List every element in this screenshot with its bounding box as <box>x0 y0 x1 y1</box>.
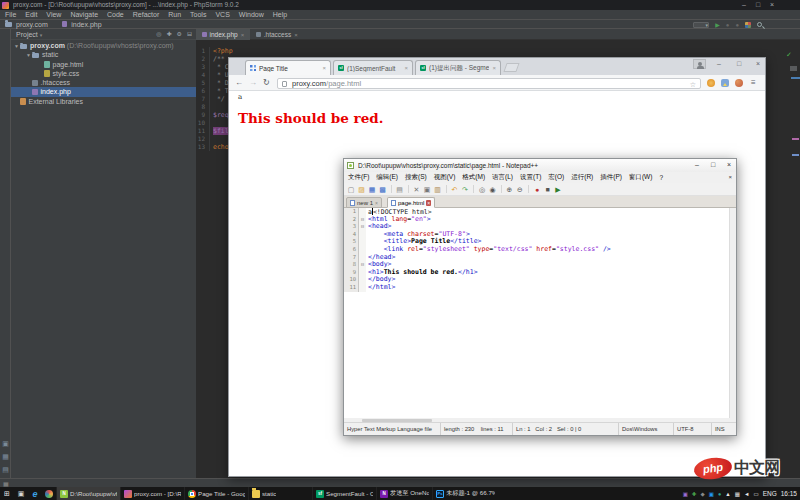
fold-icon[interactable] <box>359 223 366 231</box>
tray-icon[interactable]: ◆ <box>701 490 705 498</box>
close-tab-icon[interactable] <box>404 65 408 71</box>
tree-item-proxy-root[interactable]: proxy.com (D:\Root\upupw\vhosts\proxy.co… <box>11 41 196 50</box>
npp-menu-settings[interactable]: 设置(T) <box>520 173 541 182</box>
url-text[interactable]: proxy.com/page.html <box>292 79 361 88</box>
save-all-icon[interactable]: ▩ <box>379 185 387 194</box>
menu-refactor[interactable]: Refactor <box>133 11 159 18</box>
tree-item-external-libraries[interactable]: External Libraries <box>11 97 196 106</box>
fold-icon[interactable] <box>359 261 366 269</box>
chrome-tab-page-title[interactable]: Page Title <box>245 60 331 75</box>
close-tab-icon[interactable] <box>322 65 326 71</box>
language-indicator[interactable]: ENG <box>763 490 777 497</box>
menu-navigate[interactable]: Navigate <box>70 11 98 18</box>
browser-icon[interactable] <box>45 490 53 498</box>
phpstorm-minimize-button[interactable]: – <box>738 0 750 10</box>
taskbar-button-notepadpp[interactable]: N D:\Root\upupw\vho... <box>56 487 120 500</box>
chrome-menu-icon[interactable] <box>751 78 756 87</box>
npp-menu-view[interactable]: 视图(V) <box>434 173 456 182</box>
menu-window[interactable]: Window <box>239 11 264 18</box>
tray-icon[interactable]: ✚ <box>692 490 697 498</box>
menu-tools[interactable]: Tools <box>190 11 206 18</box>
phpstorm-close-button[interactable]: × <box>766 0 778 10</box>
npp-menu-edit[interactable]: 编辑(E) <box>376 173 398 182</box>
extension-icon[interactable] <box>721 79 729 87</box>
menu-vcs[interactable]: VCS <box>215 11 229 18</box>
locate-icon[interactable]: ◎ <box>156 29 161 40</box>
fold-icon[interactable] <box>359 216 366 224</box>
taskbar-button-chrome[interactable]: Page Title - Google... <box>184 487 248 500</box>
menu-code[interactable]: Code <box>107 11 124 18</box>
copy-icon[interactable]: ▣ <box>423 185 431 194</box>
undo-icon[interactable]: ↶ <box>451 185 459 194</box>
tree-item-page-html[interactable]: page.html <box>11 60 196 69</box>
profile-avatar[interactable] <box>693 59 706 69</box>
chrome-tab-question[interactable]: sf (1)提出问题 - SegmentF... <box>415 60 501 75</box>
show-hidden-icons[interactable]: ▲ <box>725 490 730 498</box>
npp-menu-file[interactable]: 文件(F) <box>348 173 369 182</box>
zoom-out-icon[interactable]: ⊖ <box>516 185 524 194</box>
npp-tab-new1[interactable]: new 1 <box>346 197 382 208</box>
redo-icon[interactable]: ↷ <box>461 185 469 194</box>
open-file-icon[interactable]: ▨ <box>358 185 366 194</box>
stop-macro-icon[interactable]: ■ <box>544 185 552 194</box>
npp-menu-plugins[interactable]: 插件(P) <box>600 173 622 182</box>
close-icon[interactable] <box>241 32 245 38</box>
replace-icon[interactable]: ◉ <box>489 185 497 194</box>
taskbar-button-onenote[interactable]: N 发送至 OneNote <box>376 487 432 500</box>
keyboard-icon[interactable]: ▭ <box>753 490 758 498</box>
paste-icon[interactable]: ▥ <box>434 185 442 194</box>
taskbar-button-segmentfault[interactable]: sf SegmentFault - One... <box>312 487 376 500</box>
tree-item-style-css[interactable]: style.css <box>11 69 196 78</box>
network-icon[interactable]: ▦ <box>735 490 740 498</box>
npp-code-area[interactable]: 1a<!DOCTYPE html> 2<html lang="en"> 3<he… <box>344 208 729 418</box>
print-icon[interactable]: ▤ <box>396 185 404 194</box>
settings-gear-icon[interactable]: ⚙ <box>177 29 182 40</box>
npp-menu-encoding[interactable]: 格式(M) <box>462 173 485 182</box>
play-macro-icon[interactable]: ▶ <box>554 185 562 194</box>
extension-icon[interactable] <box>707 79 715 87</box>
menu-help[interactable]: Help <box>273 11 287 18</box>
taskbar-button-photoshop[interactable]: Ps 未标题-1 @ 66.7% (... <box>432 487 498 500</box>
reload-icon[interactable] <box>263 78 270 87</box>
structure-tool-icon[interactable]: ▦ <box>2 453 10 461</box>
npp-close-button[interactable]: × <box>722 159 736 171</box>
npp-menu-macro[interactable]: 宏(O) <box>548 173 564 182</box>
todo-tool-icon[interactable]: ▤ <box>2 466 10 474</box>
bookmark-star-icon[interactable] <box>690 80 696 89</box>
close-tab-icon[interactable] <box>375 200 378 206</box>
coverage-button[interactable]: ● <box>735 22 739 28</box>
npp-menu-window[interactable]: 窗口(W) <box>629 173 652 182</box>
tree-item-index-php[interactable]: index.php <box>11 87 196 96</box>
taskbar-button-static-folder[interactable]: static <box>248 487 312 500</box>
editor-tab-index-php[interactable]: index.php <box>196 29 250 40</box>
tray-icon[interactable]: ● <box>718 490 721 498</box>
vertical-scrollbar[interactable] <box>729 208 736 418</box>
chrome-maximize-button[interactable]: □ <box>732 58 746 70</box>
new-file-icon[interactable]: ▢ <box>347 185 355 194</box>
start-button[interactable] <box>0 490 14 498</box>
phpstorm-maximize-button[interactable]: □ <box>752 0 764 10</box>
project-panel-title[interactable]: Project <box>11 31 38 38</box>
run-config-dropdown[interactable]: ▾ <box>693 22 709 28</box>
npp-maximize-button[interactable]: □ <box>706 159 720 171</box>
save-icon[interactable]: ▦ <box>368 185 376 194</box>
task-view-button[interactable] <box>14 490 28 498</box>
run-button[interactable]: ▶ <box>715 21 720 28</box>
back-icon[interactable] <box>235 78 243 87</box>
new-tab-button[interactable] <box>503 63 519 72</box>
favorites-tool-icon[interactable]: ▣ <box>2 440 10 448</box>
collapse-all-icon[interactable]: ⊟ <box>187 29 192 40</box>
npp-tab-page-html[interactable]: page.html <box>387 197 435 208</box>
volume-icon[interactable]: ◄ <box>744 490 749 498</box>
cut-icon[interactable]: ✕ <box>413 185 421 194</box>
profiler-icon[interactable] <box>745 22 751 28</box>
menu-edit[interactable]: Edit <box>25 11 37 18</box>
search-everywhere-icon[interactable] <box>757 22 762 27</box>
npp-menu-run[interactable]: 运行(R) <box>571 173 593 182</box>
editor-tab-htaccess[interactable]: .htaccess <box>250 29 303 40</box>
close-tab-icon[interactable] <box>492 65 496 71</box>
menu-view[interactable]: View <box>46 11 61 18</box>
tray-icon[interactable]: ▣ <box>683 490 688 498</box>
menu-file[interactable]: File <box>5 11 16 18</box>
forward-icon[interactable] <box>249 78 257 87</box>
